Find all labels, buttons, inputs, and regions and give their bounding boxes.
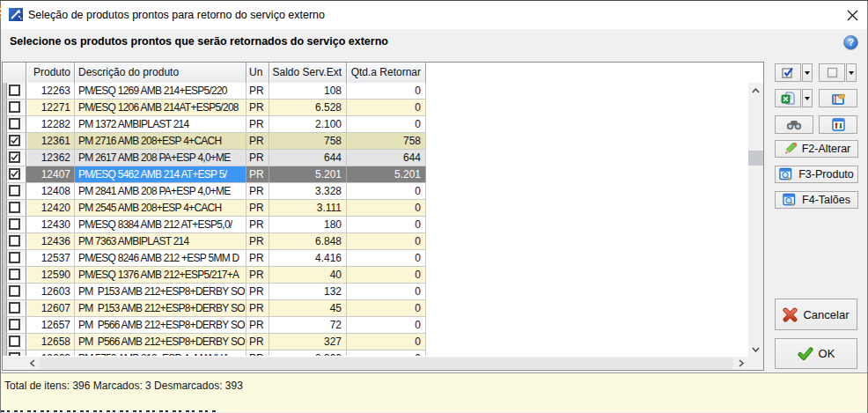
- row-checkbox-checked[interactable]: [9, 168, 20, 180]
- export-excel-dropdown[interactable]: [802, 89, 813, 107]
- uncheck-all-button[interactable]: [819, 63, 845, 82]
- cell-produto[interactable]: 12603: [26, 284, 75, 299]
- ok-button[interactable]: OK: [775, 338, 857, 369]
- cell-saldo[interactable]: 6.528: [269, 100, 347, 115]
- row-checkbox-checked[interactable]: [9, 151, 20, 163]
- cell-un[interactable]: PR: [246, 267, 269, 283]
- cell-qtd[interactable]: 0: [347, 317, 426, 333]
- scroll-right-button[interactable]: [733, 357, 748, 370]
- table-row[interactable]: 12657PM P566 AMB 212+ESP8+DERBY SOPR720: [3, 317, 426, 334]
- cell-qtd[interactable]: 5.201: [347, 166, 426, 182]
- scroll-left-button[interactable]: [25, 357, 40, 370]
- cell-qtd[interactable]: 0: [347, 100, 426, 115]
- vertical-scrollbar-thumb[interactable]: [748, 151, 763, 166]
- cell-saldo[interactable]: 644: [269, 150, 347, 166]
- cell-produto[interactable]: 12420: [26, 200, 75, 216]
- cell-qtd[interactable]: 644: [347, 150, 426, 166]
- cell-qtd[interactable]: 758: [347, 133, 426, 149]
- cell-un[interactable]: PR: [246, 150, 269, 166]
- cell-un[interactable]: PR: [246, 350, 269, 356]
- cell-descricao[interactable]: PM 2841 AMB 208 PA+ESP 4,0+ME: [75, 183, 246, 199]
- cell-produto[interactable]: 12590: [26, 267, 75, 283]
- uncheck-all-dropdown[interactable]: [846, 63, 857, 82]
- cell-saldo[interactable]: 40: [269, 267, 347, 283]
- table-row[interactable]: 12271PM/ESQ 1206 AMB 214AT+ESP5/208PR6.5…: [3, 100, 426, 116]
- cell-un[interactable]: PR: [246, 183, 269, 199]
- cell-descricao[interactable]: PM P566 AMB 212+ESP8+DERBY SO: [75, 317, 246, 333]
- row-checkbox[interactable]: [9, 336, 20, 347]
- cell-saldo[interactable]: 2.100: [269, 116, 347, 132]
- cell-produto[interactable]: 12408: [26, 183, 75, 199]
- column-header-qtd[interactable]: Qtd.a Retornar: [347, 63, 426, 83]
- cell-saldo[interactable]: 45: [269, 300, 347, 316]
- cell-produto[interactable]: 12263: [26, 83, 75, 99]
- cell-un[interactable]: PR: [246, 166, 269, 182]
- cell-produto[interactable]: 12537: [26, 250, 75, 266]
- sort-button[interactable]: [819, 115, 857, 134]
- table-row[interactable]: 12420PM 2545 AMB 208+ESP 4+CACHPR3.1110: [3, 200, 426, 217]
- cell-saldo[interactable]: 132: [269, 284, 347, 299]
- cell-saldo[interactable]: 5.201: [269, 166, 347, 182]
- cell-qtd[interactable]: 0: [347, 284, 426, 299]
- cell-descricao[interactable]: PM/ESQ 8384 AMB 212 AT+ESP5,0/: [75, 217, 246, 232]
- column-header-saldo[interactable]: Saldo Serv.Ext: [269, 63, 347, 83]
- check-all-dropdown[interactable]: [802, 63, 813, 82]
- cell-descricao[interactable]: PM P153 AMB 212+ESP8+DERBY SO: [75, 284, 246, 299]
- cell-qtd[interactable]: 0: [347, 217, 426, 232]
- cell-un[interactable]: PR: [246, 317, 269, 333]
- row-checkbox[interactable]: [9, 269, 20, 280]
- table-row[interactable]: 12436PM 7363 AMBIPLAST 214PR6.8480: [3, 233, 426, 250]
- report-button[interactable]: [819, 89, 857, 107]
- cell-descricao[interactable]: PM 5750 AMB 212+ESP 4+MANHA: [75, 350, 246, 356]
- cell-saldo[interactable]: 180: [269, 217, 347, 232]
- cell-produto[interactable]: 12407: [26, 166, 75, 182]
- scroll-up-button[interactable]: [748, 83, 763, 98]
- cell-produto[interactable]: 12361: [26, 133, 75, 149]
- column-header-produto[interactable]: Produto: [26, 63, 75, 83]
- row-checkbox[interactable]: [9, 185, 20, 196]
- cell-qtd[interactable]: 0: [347, 116, 426, 132]
- table-row[interactable]: 12263PM/ESQ 1269 AMB 214+ESP5/220PR1080: [3, 83, 426, 100]
- cell-saldo[interactable]: 327: [269, 334, 347, 350]
- cell-produto[interactable]: 12271: [26, 100, 75, 115]
- cell-qtd[interactable]: 0: [347, 350, 426, 356]
- cell-qtd[interactable]: 0: [347, 83, 426, 99]
- column-header-descricao[interactable]: Descrição do produto: [75, 63, 246, 83]
- cell-saldo[interactable]: 72: [269, 317, 347, 333]
- cell-descricao[interactable]: PM 2716 AMB 208+ESP 4+CACH: [75, 133, 246, 149]
- table-row[interactable]: 12361PM 2716 AMB 208+ESP 4+CACHPR758758: [3, 133, 426, 150]
- cell-saldo[interactable]: 6.848: [269, 233, 347, 249]
- export-excel-button[interactable]: [775, 89, 801, 107]
- table-row[interactable]: 12658PM P566 AMB 212+ESP8+DERBY SOPR3270: [3, 334, 426, 350]
- table-row[interactable]: 12603PM P153 AMB 212+ESP8+DERBY SOPR1320: [3, 284, 426, 300]
- row-checkbox[interactable]: [9, 319, 20, 330]
- cell-descricao[interactable]: PM/ESQ 8246 AMB 212 +ESP 5MM D: [75, 250, 246, 266]
- close-button[interactable]: [837, 1, 867, 29]
- row-checkbox[interactable]: [9, 218, 20, 230]
- cell-qtd[interactable]: 0: [347, 250, 426, 266]
- cell-un[interactable]: PR: [246, 334, 269, 350]
- cell-saldo[interactable]: 4.416: [269, 250, 347, 266]
- cell-descricao[interactable]: PM/ESQ 1376 AMB 212+ESP5/217+A: [75, 267, 246, 283]
- cell-saldo[interactable]: 108: [269, 83, 347, 99]
- cell-saldo[interactable]: 2.300: [269, 350, 347, 356]
- cell-descricao[interactable]: PM 2617 AMB 208 PA+ESP 4,0+ME: [75, 150, 246, 166]
- column-header-un[interactable]: Un: [246, 63, 269, 83]
- row-checkbox[interactable]: [9, 302, 20, 313]
- cell-produto[interactable]: 12658: [26, 334, 75, 350]
- cell-un[interactable]: PR: [246, 233, 269, 249]
- cell-descricao[interactable]: PM P153 AMB 212+ESP8+DERBY SO: [75, 300, 246, 316]
- cell-descricao[interactable]: PM/ESQ 1206 AMB 214AT+ESP5/208: [75, 100, 246, 115]
- cell-produto[interactable]: 12663: [26, 350, 75, 356]
- row-checkbox-checked[interactable]: [9, 135, 20, 146]
- cell-un[interactable]: PR: [246, 250, 269, 266]
- vertical-scrollbar[interactable]: [748, 83, 763, 357]
- f3-produto-button[interactable]: F3-Produto: [775, 166, 858, 183]
- help-button[interactable]: ?: [842, 34, 859, 51]
- table-row[interactable]: 12362PM 2617 AMB 208 PA+ESP 4,0+MEPR6446…: [3, 150, 426, 166]
- cell-produto[interactable]: 12607: [26, 300, 75, 316]
- cell-saldo[interactable]: 758: [269, 133, 347, 149]
- cell-descricao[interactable]: PM 7363 AMBIPLAST 214: [75, 233, 246, 249]
- cell-un[interactable]: PR: [246, 116, 269, 132]
- table-row[interactable]: 12282PM 1372 AMBIPLAST 214PR2.1000: [3, 116, 426, 133]
